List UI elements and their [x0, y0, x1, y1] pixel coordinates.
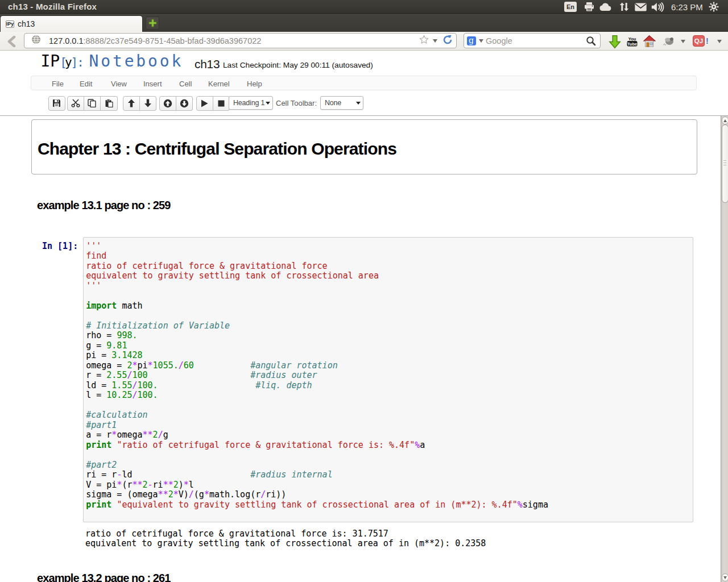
url-path: :8888/2c37e549-8751-45ab-bfad-39d6a39670…: [83, 36, 261, 45]
select-arrow-icon: [356, 102, 361, 105]
save-button[interactable]: [48, 96, 65, 111]
example2-heading[interactable]: example 13.2 page no : 261: [37, 572, 171, 582]
logo-name: Notebook: [89, 53, 184, 69]
printer-icon[interactable]: [584, 2, 594, 11]
qj-bang: !: [706, 36, 709, 45]
cell-type-select[interactable]: Heading 1: [229, 96, 273, 110]
svg-text:You: You: [628, 36, 636, 41]
search-magnifier-icon[interactable]: [586, 36, 596, 46]
search-input[interactable]: Google: [486, 36, 586, 45]
code-editor[interactable]: ''' find ratio of cetrifugal force & gra…: [84, 238, 693, 520]
copy-button[interactable]: [84, 96, 101, 111]
move-cell-down-button[interactable]: [140, 96, 157, 111]
heading-cell-selected[interactable]: Chapter 13 : Centrifugal Separation Oper…: [31, 119, 697, 174]
url-text[interactable]: 127.0.0.1:8888/2c37e549-8751-45ab-bfad-3…: [49, 36, 419, 45]
notebook-scroll-area[interactable]: Chapter 13 : Centrifugal Separation Oper…: [0, 116, 728, 582]
url-bar[interactable]: 127.0.0.1:8888/2c37e549-8751-45ab-bfad-3…: [24, 33, 457, 48]
input-prompt: In [1]:: [42, 242, 78, 252]
firefox-nav-bar: 127.0.0.1:8888/2c37e549-8751-45ab-bfad-3…: [0, 32, 728, 51]
google-logo-icon: g: [467, 36, 476, 45]
menu-bar: File Edit View Insert Cell Kernel Help: [31, 76, 697, 90]
chapter-heading: Chapter 13 : Centrifugal Separation Oper…: [38, 140, 396, 157]
scroll-down-arrow-icon: [723, 576, 727, 579]
paste-button[interactable]: [101, 96, 118, 111]
insert-cell-above-button[interactable]: [159, 96, 176, 111]
code-output: ratio of cetrifugal force & gravitationa…: [85, 529, 486, 549]
scrollbar-grip: [723, 160, 726, 161]
select-arrow-icon: [266, 102, 270, 105]
clock[interactable]: 6:23 PM: [671, 2, 703, 12]
back-button[interactable]: [5, 35, 18, 48]
mail-icon[interactable]: [634, 3, 647, 11]
scrollbar-grip: [723, 165, 726, 166]
notebook-toolbar: Heading 1 Cell Toolbar: None: [0, 96, 728, 111]
scroll-up-arrow-icon: [723, 119, 727, 122]
move-cell-up-button[interactable]: [123, 96, 140, 111]
keyboard-layout-indicator[interactable]: En: [564, 2, 577, 12]
ipython-favicon: IPy: [6, 20, 14, 28]
menu-edit[interactable]: Edit: [80, 80, 92, 88]
checkpoint-status: Last Checkpoint: May 29 00:11 (autosaved…: [223, 61, 373, 69]
url-host: 127.0.0.1: [49, 36, 83, 45]
panel-indicators: En 6:23 PM: [0, 0, 728, 14]
download-arrow-icon[interactable]: [607, 34, 622, 49]
notebook-scrollbar[interactable]: [721, 116, 728, 582]
cut-button[interactable]: [67, 96, 84, 111]
menu-cell[interactable]: Cell: [179, 80, 192, 88]
bookmarks-dropdown-icon[interactable]: [433, 39, 437, 43]
tab-title: ch13: [18, 19, 35, 28]
notebook-title[interactable]: ch13: [195, 57, 220, 71]
cloud-sync-icon[interactable]: [599, 3, 613, 11]
scrollbar-thumb[interactable]: [722, 124, 728, 203]
menu-view[interactable]: View: [111, 80, 127, 88]
run-cell-button[interactable]: [196, 96, 213, 111]
menu-insert[interactable]: Insert: [143, 80, 162, 88]
search-engine-dropdown-icon[interactable]: [479, 39, 483, 43]
network-sync-arrows-icon[interactable]: [618, 2, 630, 11]
cell-toolbar-label: Cell Toolbar:: [276, 99, 317, 107]
ubuntu-top-panel: ch13 - Mozilla Firefox En 6:23 PM: [0, 0, 728, 14]
logo-colon: :: [77, 57, 84, 69]
cell-type-value: Heading 1: [233, 99, 264, 107]
reload-icon[interactable]: [442, 35, 453, 47]
home-icon[interactable]: [643, 35, 656, 47]
volume-icon[interactable]: [651, 2, 665, 12]
browser-tab[interactable]: IPy ch13: [0, 15, 143, 32]
scrollbar-grip: [723, 163, 726, 164]
code-input-area[interactable]: ''' find ratio of cetrifugal force & gra…: [83, 237, 694, 522]
example1-heading[interactable]: example 13.1 page no : 259: [37, 199, 171, 211]
youtube-icon[interactable]: YouTube: [627, 36, 638, 47]
menu-help[interactable]: Help: [247, 80, 262, 88]
new-tab-button[interactable]: [146, 16, 159, 30]
session-gear-icon[interactable]: [709, 2, 719, 12]
cell-toolbar-value: None: [325, 99, 341, 107]
ipython-logo[interactable]: IP[y]:Notebook: [41, 53, 184, 69]
cell-toolbar-select[interactable]: None: [320, 96, 363, 110]
menu-file[interactable]: File: [52, 80, 64, 88]
menu-kernel[interactable]: Kernel: [208, 80, 230, 88]
scrollbar-down-button[interactable]: [722, 573, 728, 581]
interrupt-kernel-button[interactable]: [213, 96, 230, 111]
qj-badge: QJ: [693, 35, 705, 47]
logo-ip: IP: [41, 53, 60, 69]
addon-bug-icon[interactable]: [663, 36, 675, 45]
overflow-dropdown-icon[interactable]: [717, 40, 722, 43]
screen: ch13 - Mozilla Firefox En 6:23 PM: [0, 0, 728, 582]
bookmark-star-icon[interactable]: [419, 35, 429, 47]
addon-dropdown-icon[interactable]: [681, 40, 685, 43]
insert-cell-below-button[interactable]: [176, 96, 193, 111]
notebook-page: IP[y]:Notebook ch13 Last Checkpoint: May…: [0, 51, 728, 582]
search-bar[interactable]: g Google: [464, 33, 601, 48]
globe-icon: [32, 35, 40, 46]
quickjava-addon-icon[interactable]: QJ!: [693, 35, 709, 47]
scrollbar-up-button[interactable]: [722, 117, 728, 124]
svg-text:Tube: Tube: [627, 41, 637, 47]
firefox-tab-bar: IPy ch13: [0, 14, 728, 32]
